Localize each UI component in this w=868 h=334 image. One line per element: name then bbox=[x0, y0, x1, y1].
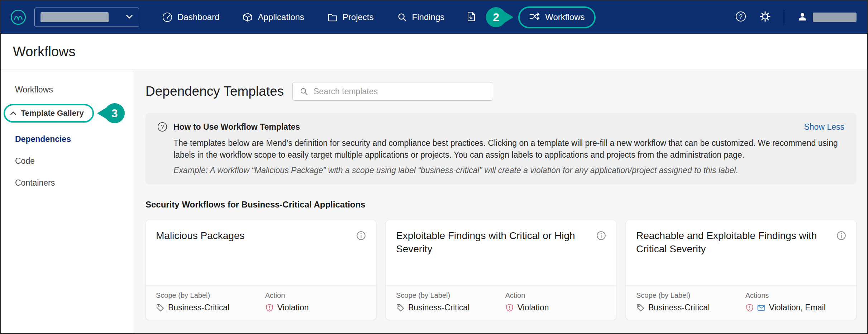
card-title: Malicious Packages bbox=[156, 229, 244, 285]
workflows-icon bbox=[529, 11, 540, 23]
sidebar-item-code[interactable]: Code bbox=[1, 150, 134, 172]
search-templates-input[interactable] bbox=[314, 87, 486, 96]
sidebar-item-workflows[interactable]: Workflows bbox=[1, 80, 134, 100]
sidebar-item-label: Workflows bbox=[15, 85, 53, 94]
card-header: Reachable and Exploitable Findings with … bbox=[626, 220, 856, 285]
template-card-reachable-exploitable[interactable]: Reachable and Exploitable Findings with … bbox=[626, 220, 857, 320]
callout-step-2-number: 2 bbox=[493, 11, 499, 24]
nav-item-label: Projects bbox=[343, 12, 374, 22]
dependency-templates-title: Dependency Templates bbox=[146, 84, 284, 99]
sidebar-item-containers[interactable]: Containers bbox=[1, 172, 134, 194]
dashboard-icon bbox=[162, 12, 173, 23]
nav-item-findings[interactable]: Findings bbox=[397, 12, 445, 23]
svg-text:?: ? bbox=[739, 13, 742, 20]
info-panel-header: ? How to Use Workflow Templates Show Les… bbox=[157, 121, 844, 132]
info-icon[interactable] bbox=[836, 231, 846, 285]
tag-icon bbox=[156, 304, 164, 312]
nav-item-label: Dashboard bbox=[177, 12, 219, 22]
callout-step-2: 2 bbox=[486, 7, 506, 27]
applications-icon bbox=[242, 12, 253, 23]
callout-step-3: 3 bbox=[105, 103, 125, 123]
nav-item-workflows[interactable]: Workflows bbox=[518, 6, 595, 28]
nav-item-dashboard[interactable]: Dashboard bbox=[162, 12, 219, 23]
help-icon[interactable]: ? bbox=[735, 11, 747, 24]
report-document-icon bbox=[465, 17, 477, 23]
scope-value: Business-Critical bbox=[168, 303, 229, 312]
sidebar-item-dependencies[interactable]: Dependencies bbox=[1, 128, 134, 150]
nav-item-applications[interactable]: Applications bbox=[242, 12, 304, 23]
nav-item-projects[interactable]: Projects bbox=[327, 12, 374, 23]
nav-item-label: Applications bbox=[258, 12, 304, 22]
search-box bbox=[292, 82, 493, 101]
violation-shield-icon bbox=[265, 304, 274, 312]
email-envelope-icon bbox=[757, 304, 766, 312]
scope-value: Business-Critical bbox=[408, 303, 469, 312]
action-value: Violation bbox=[518, 303, 549, 312]
sidebar-item-label: Code bbox=[15, 156, 35, 166]
search-icon bbox=[299, 87, 309, 96]
template-cards-row: Malicious Packages Scope (by Label) bbox=[146, 220, 857, 320]
template-gallery-row: Template Gallery 3 bbox=[4, 103, 134, 123]
scope-label: Scope (by Label) bbox=[156, 291, 265, 300]
template-card-malicious-packages[interactable]: Malicious Packages Scope (by Label) bbox=[146, 220, 376, 320]
scope-label: Scope (by Label) bbox=[636, 291, 745, 300]
main-header: Dependency Templates bbox=[146, 82, 857, 101]
magnifier-icon bbox=[397, 12, 407, 23]
username-redacted bbox=[813, 13, 857, 22]
card-footer: Scope (by Label) Business-Critical bbox=[626, 285, 856, 320]
user-icon bbox=[797, 11, 808, 23]
sidebar-item-label: Template Gallery bbox=[21, 109, 84, 118]
tag-icon bbox=[396, 304, 405, 312]
user-menu[interactable] bbox=[797, 11, 857, 23]
page-title: Workflows bbox=[13, 44, 76, 59]
action-value: Violation bbox=[277, 303, 309, 312]
info-panel-title: How to Use Workflow Templates bbox=[173, 122, 300, 132]
info-icon[interactable] bbox=[596, 231, 606, 285]
nav-item-reports[interactable] bbox=[465, 11, 477, 24]
info-panel-body: The templates below are Mend's definitio… bbox=[173, 137, 844, 161]
action-label: Action bbox=[265, 291, 309, 300]
card-header: Exploitable Findings with Critical or Hi… bbox=[386, 220, 616, 285]
folder-icon bbox=[327, 12, 338, 23]
mend-logo-icon[interactable] bbox=[10, 9, 27, 25]
show-less-link[interactable]: Show Less bbox=[804, 122, 844, 132]
nav-item-label: Findings bbox=[412, 12, 445, 22]
org-selector-dropdown[interactable] bbox=[34, 8, 139, 27]
nav-item-label: Workflows bbox=[545, 12, 585, 22]
sidebar-item-label: Containers bbox=[15, 178, 55, 187]
violation-shield-icon bbox=[745, 304, 754, 312]
sidebar-item-template-gallery[interactable]: Template Gallery bbox=[4, 104, 94, 123]
action-label: Action bbox=[505, 291, 549, 300]
card-footer: Scope (by Label) Business-Critical bbox=[146, 285, 376, 320]
sidebar-item-label: Dependencies bbox=[15, 134, 71, 144]
page-title-bar: Workflows bbox=[1, 34, 867, 70]
template-card-exploitable-findings[interactable]: Exploitable Findings with Critical or Hi… bbox=[386, 220, 616, 320]
card-footer: Scope (by Label) Business-Critical bbox=[386, 285, 616, 320]
callout-step-3-number: 3 bbox=[111, 107, 118, 120]
tag-icon bbox=[636, 304, 645, 312]
actions-value: Violation, Email bbox=[769, 303, 826, 312]
nav-divider bbox=[784, 9, 784, 25]
top-nav-right: ? bbox=[735, 9, 857, 25]
violation-shield-icon bbox=[505, 304, 514, 312]
card-title: Reachable and Exploitable Findings with … bbox=[636, 229, 830, 285]
actions-label: Actions bbox=[745, 291, 826, 300]
svg-text:?: ? bbox=[161, 124, 164, 130]
scope-value: Business-Critical bbox=[648, 303, 710, 312]
org-name-redacted bbox=[40, 12, 109, 22]
primary-nav: Dashboard Applications Projects bbox=[162, 12, 444, 23]
app-window: Dashboard Applications Projects bbox=[0, 0, 868, 334]
chevron-up-icon bbox=[10, 111, 16, 115]
template-gallery-sub-items: Dependencies Code Containers bbox=[1, 128, 134, 194]
info-icon[interactable] bbox=[356, 231, 366, 285]
question-circle-icon: ? bbox=[157, 121, 168, 132]
gear-icon[interactable] bbox=[759, 11, 771, 24]
content-area: Workflows Template Gallery 3 Dependencie… bbox=[1, 70, 867, 333]
main-panel: Dependency Templates ? bbox=[134, 70, 867, 333]
card-title: Exploitable Findings with Critical or Hi… bbox=[396, 229, 590, 285]
card-header: Malicious Packages bbox=[146, 220, 376, 285]
chevron-down-icon bbox=[126, 14, 133, 20]
top-nav: Dashboard Applications Projects bbox=[1, 1, 867, 34]
info-panel-example: Example: A workflow “Malicious Package” … bbox=[173, 166, 844, 175]
how-to-use-panel: ? How to Use Workflow Templates Show Les… bbox=[146, 113, 857, 185]
